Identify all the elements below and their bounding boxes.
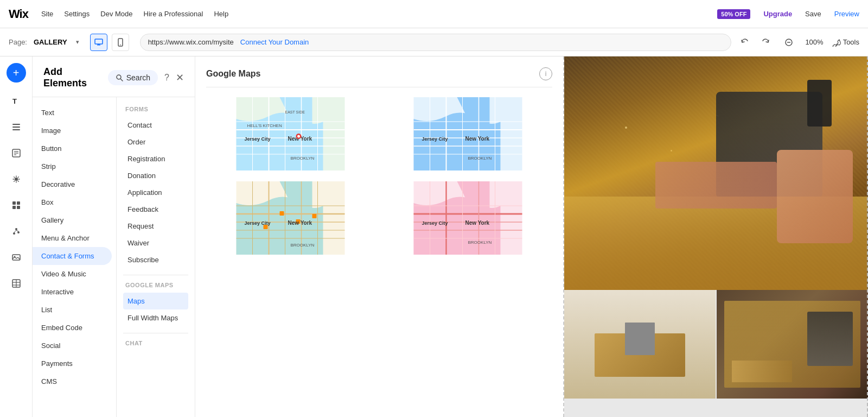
svg-text:BROOKLYN: BROOKLYN [291,243,315,248]
help-icon[interactable]: ? [164,73,169,83]
preview-top-image [564,56,868,290]
svg-point-20 [13,232,15,235]
category-menu-anchor[interactable]: Menu & Anchor [33,229,112,247]
category-decorative[interactable]: Decorative [33,175,112,193]
website-preview [564,56,868,417]
category-payments[interactable]: Payments [33,355,112,372]
content-title: Google Maps [206,69,260,79]
svg-point-4 [120,44,121,45]
sidebar-icon-table[interactable] [4,271,28,295]
page-label: Page: [9,38,27,46]
svg-point-22 [17,231,20,233]
svg-text:New York: New York [465,136,490,142]
close-icon[interactable]: ✕ [176,72,184,84]
form-item-application[interactable]: Application [123,184,188,201]
svg-rect-17 [17,201,20,205]
form-item-feedback[interactable]: Feedback [123,201,188,218]
add-elements-panel: Add Elements Search ? ✕ Text Image Butto… [33,56,195,417]
sidebar-icon-media[interactable] [4,245,28,269]
form-item-contact[interactable]: Contact [123,117,188,134]
svg-rect-9 [12,127,20,128]
map-card-1[interactable]: HELL'S KITCHEN EAST SIDE Jersey City New… [206,96,375,172]
svg-text:T: T [12,97,17,105]
form-item-donation[interactable]: Donation [123,167,188,184]
maps-grid: HELL'S KITCHEN EAST SIDE Jersey City New… [206,96,552,256]
upgrade-button[interactable]: Upgrade [763,10,792,18]
category-list: Text Image Button Strip Decorative Box G… [33,97,117,417]
form-item-registration[interactable]: Registration [123,150,188,167]
search-area[interactable]: Search [108,70,158,85]
sidebar-icon-blog[interactable] [4,141,28,165]
category-box[interactable]: Box [33,193,112,211]
save-button[interactable]: Save [805,10,821,18]
zoom-out-button[interactable] [781,35,796,50]
redo-button[interactable] [757,35,773,50]
sidebar-icon-pages[interactable] [4,115,28,139]
svg-rect-16 [12,201,16,205]
maps-item-maps[interactable]: Maps [123,293,188,309]
connect-domain-link[interactable]: Connect Your Domain [240,38,309,46]
svg-text:BROOKLYN: BROOKLYN [468,240,492,245]
svg-rect-25 [12,255,20,260]
tools-button[interactable]: Tools [832,38,859,47]
sidebar-icon-theme[interactable] [4,167,28,191]
panel-header: Add Elements Search ? ✕ [33,56,195,97]
panel-header-actions: Search ? ✕ [108,70,184,85]
forms-section-label: FORMS [123,106,188,112]
sidebar-icon-apps[interactable] [4,193,28,217]
svg-text:Jersey City: Jersey City [245,136,271,142]
nav-help[interactable]: Help [214,10,228,18]
search-label: Search [126,73,150,82]
sidebar-icon-interactions[interactable] [4,219,28,243]
nav-devmode[interactable]: Dev Mode [100,10,132,18]
category-contact-forms[interactable]: Contact & Forms [33,247,112,265]
info-icon[interactable]: i [539,67,552,80]
map-card-3[interactable]: Jersey City New York BROOKLYN [206,180,375,256]
category-button[interactable]: Button [33,140,112,157]
form-item-subscribe[interactable]: Subscribe [123,251,188,268]
desktop-view-button[interactable] [90,34,107,51]
category-text[interactable]: Text [33,104,112,122]
add-element-button[interactable]: + [7,63,26,83]
svg-rect-1 [97,45,100,46]
map-thumb-2: Jersey City New York BROOKLYN [385,97,551,170]
nav-hire[interactable]: Hire a Professional [144,10,203,18]
svg-line-32 [120,79,123,81]
page-dropdown[interactable]: ▾ [76,39,79,46]
category-embed-code[interactable]: Embed Code [33,319,112,337]
map-card-2[interactable]: Jersey City New York BROOKLYN [384,96,552,172]
nav-settings[interactable]: Settings [64,10,90,18]
form-item-request[interactable]: Request [123,218,188,235]
category-social[interactable]: Social [33,337,112,355]
svg-line-23 [14,230,16,232]
category-image[interactable]: Image [33,122,112,140]
category-video-music[interactable]: Video & Music [33,265,112,283]
svg-point-31 [117,75,121,79]
svg-text:Jersey City: Jersey City [422,136,448,142]
form-item-waiver[interactable]: Waiver [123,235,188,251]
map-card-4[interactable]: Jersey City New York BROOKLYN [384,180,552,256]
undo-button[interactable] [738,35,753,50]
svg-rect-76 [280,211,284,216]
svg-text:HELL'S KITCHEN: HELL'S KITCHEN [247,123,282,128]
undo-redo [738,35,773,50]
category-cms[interactable]: CMS [33,372,112,390]
svg-text:New York: New York [288,220,312,226]
maps-item-fullwidth[interactable]: Full Width Maps [123,309,188,326]
content-header: Google Maps i [206,67,552,87]
svg-point-50 [297,135,300,138]
svg-rect-18 [12,206,16,209]
icon-sidebar: + T [0,56,33,417]
category-strip[interactable]: Strip [33,157,112,175]
top-navigation: Wix Site Settings Dev Mode Hire a Profes… [0,0,868,28]
category-gallery[interactable]: Gallery [33,211,112,229]
category-interactive[interactable]: Interactive [33,283,112,301]
svg-point-15 [15,178,18,181]
preview-button[interactable]: Preview [834,10,859,18]
nav-site[interactable]: Site [41,10,53,18]
form-item-order[interactable]: Order [123,134,188,150]
sidebar-icon-text[interactable]: T [4,89,28,113]
mobile-view-button[interactable] [112,34,129,51]
category-list[interactable]: List [33,301,112,319]
chat-section-label: CHAT [123,340,188,346]
